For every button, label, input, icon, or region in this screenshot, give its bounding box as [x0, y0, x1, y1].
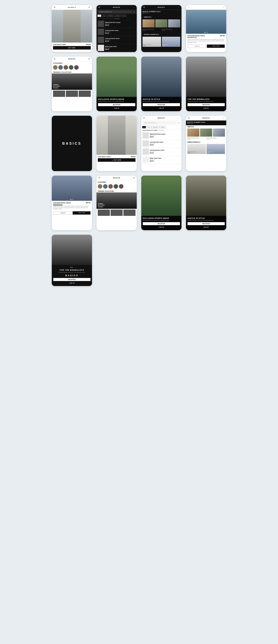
cat-circle-2[interactable] [58, 65, 63, 70]
cat-circle-5[interactable] [74, 65, 79, 70]
filter-all-11[interactable]: All [142, 126, 146, 128]
share-icon-4[interactable]: ↑ [222, 6, 225, 9]
arrow-12[interactable]: › [224, 126, 225, 128]
search-input-11[interactable]: SEARCH PRODUCTS [143, 121, 177, 124]
login-btn-16[interactable]: LOG IN [188, 226, 225, 229]
cat-4-14[interactable] [114, 184, 118, 189]
summer-img-3-2[interactable] [155, 19, 167, 27]
wish-11-2[interactable]: ♡ [179, 143, 180, 145]
menu-icon-12[interactable]: ☰ [188, 117, 190, 119]
register-button-6[interactable]: REGISTER [98, 103, 135, 106]
bt-14-2[interactable] [111, 210, 123, 216]
filter-tops-11[interactable]: Tops [146, 126, 151, 128]
section-arrow-3[interactable]: › [180, 16, 180, 18]
wish-11-4[interactable]: ♡ [179, 159, 180, 161]
bt-14-3[interactable] [123, 210, 135, 216]
product-item-2-2[interactable]: Oversized Shirt Jacket Salt & Jenns $79.… [97, 28, 137, 36]
trending-filter-14[interactable]: ≡ [134, 190, 135, 192]
share-icon-2[interactable]: ↑ [133, 6, 135, 9]
back-icon-4[interactable]: ‹ [188, 6, 190, 9]
wishlist-icon-2-2[interactable]: ♡ [134, 31, 135, 33]
wishlist-icon-2-3[interactable]: ♡ [134, 39, 135, 41]
product-item-2-4[interactable]: White Cotton Tshirt Salt & Jenns $39.90 … [97, 44, 137, 52]
cat-circle-3[interactable] [64, 65, 68, 70]
spring-img-3-1[interactable]: White Cotton Tshirt$29.90 [143, 37, 161, 47]
register-button-8[interactable]: REGISTER [188, 103, 225, 106]
product-item-11-1[interactable]: Ribbed Polo-Neck Jumper Salt & Jenns $39… [141, 132, 181, 140]
filter-all[interactable]: All [98, 15, 101, 17]
section-arrow-spring[interactable]: › [180, 33, 180, 35]
menu-icon[interactable]: ☰ [53, 6, 56, 9]
arrow-spring-12[interactable]: › [224, 141, 225, 143]
cat-1-14[interactable] [98, 184, 102, 189]
product-item-2-3[interactable]: Oversized Denim Jacket Salt & Jenns $67.… [97, 36, 137, 44]
trending-img-14[interactable]: OutwearBy CristianScarlato [97, 192, 137, 209]
thumb-5-1[interactable] [53, 91, 65, 97]
menu-icon-11[interactable]: ☰ [143, 117, 145, 119]
menu-icon-2[interactable]: ☰ [98, 6, 101, 9]
categories-filter-icon[interactable]: ≡ [90, 62, 91, 64]
menu-icon-5[interactable]: ☰ [53, 58, 56, 60]
wishlist-icon-2-1[interactable]: ♡ [134, 23, 135, 25]
buy-area-10: Crew Neck T-shirt $79.90 ▲ BUY NOW [97, 155, 137, 163]
bt-14-1[interactable] [98, 210, 110, 216]
add-bag-btn-13[interactable]: ▲ ADD TO BAG [73, 211, 91, 215]
cart-icon-5[interactable]: ⊡ [88, 58, 90, 60]
wishlist-icon-2-4[interactable]: ♡ [134, 47, 135, 49]
register-btn-15[interactable]: REGISTER [143, 222, 180, 225]
search-input-2[interactable]: SEARCH PRODUCTS [98, 11, 132, 13]
filter-tops[interactable]: Tops [102, 15, 106, 17]
cat-filter-14[interactable]: ≡ [134, 181, 135, 183]
wishlist-btn-13[interactable]: ♡ WISHLIST [53, 211, 72, 215]
summer-img-3-1[interactable] [143, 19, 155, 27]
login-btn-15[interactable]: LOG IN [143, 226, 180, 229]
spring-img-3-2[interactable]: Light Blue Tshirt$79.80 [162, 37, 180, 47]
filter-icon-2[interactable]: ≡ [133, 11, 135, 13]
share-icon-12[interactable]: ↑ [222, 117, 225, 119]
buy-now-button-10[interactable]: ▲ BUY NOW [98, 158, 135, 162]
cart-icon-14[interactable]: ⊡ [133, 177, 135, 179]
menu-icon-3[interactable]: ☰ [143, 6, 145, 9]
trending-filter-icon[interactable]: ≡ [90, 71, 91, 73]
summer-img-12-3[interactable] [213, 129, 225, 137]
product-item-11-2[interactable]: Oversized Shirt Jacket Salt & Jenns $79.… [141, 140, 181, 148]
wishlist-button-4[interactable]: ♡ WISHLIST [188, 45, 206, 48]
product-item-11-4[interactable]: White Cotton Tshirt Salt & Jenns $39.90 … [141, 156, 181, 164]
filter-jackets[interactable]: Jackets [115, 15, 121, 17]
product-item-2-1[interactable]: Ribbed Polo-Neck Jumper Salt & Jenns $39… [97, 20, 137, 28]
share-icon-11[interactable]: ↑ [177, 117, 180, 119]
thumb-5-3[interactable] [79, 91, 91, 97]
buy-now-button-1[interactable]: BUY NOW [53, 46, 91, 50]
login-button-7[interactable]: LOG IN [143, 107, 180, 110]
filter-jackets-11[interactable]: Jackets [160, 126, 166, 128]
wish-11-1[interactable]: ♡ [179, 135, 180, 137]
trending-image-5[interactable]: OutwearBy CristianScarlato [52, 73, 92, 90]
cat-circle-1[interactable] [53, 65, 58, 70]
cat-5-14[interactable] [119, 184, 123, 189]
summer-img-12-2[interactable] [200, 129, 212, 137]
product-item-11-3[interactable]: Oversized Denim Jacket Salt & Jenns $67.… [141, 148, 181, 156]
cat-3-14[interactable] [108, 184, 113, 189]
summer-img-3-3[interactable] [168, 19, 180, 27]
register-button-7[interactable]: REGISTER [143, 103, 180, 106]
filter-sweatshirts[interactable]: Sweatshirts [107, 15, 115, 17]
login-button-8[interactable]: LOG IN [188, 107, 225, 110]
register-btn-17[interactable]: REGISTER [53, 278, 90, 281]
summer-img-12-1[interactable] [187, 129, 199, 137]
login-button-6[interactable]: LOG IN [98, 107, 135, 110]
wish-11-3[interactable]: ♡ [179, 151, 180, 153]
spring-img-12-1[interactable]: White Cotton Tshirt$29.50 [187, 144, 206, 154]
filter-pants[interactable]: Pants [121, 15, 126, 17]
share-icon-3[interactable]: ↑ [177, 6, 180, 9]
filter-icon-11[interactable]: ≡ [177, 122, 180, 124]
cart-icon[interactable]: ⊡ [88, 6, 90, 9]
add-bag-button-4[interactable]: ▲ ADD TO BAG [207, 45, 225, 48]
cat-2-14[interactable] [103, 184, 108, 189]
login-btn-17[interactable]: LOG IN [53, 281, 90, 285]
filter-sweatshirts-11[interactable]: Sweatshirts [152, 126, 159, 128]
register-btn-16[interactable]: REGISTER [188, 222, 225, 225]
menu-icon-14[interactable]: ☰ [98, 177, 101, 179]
cat-circle-4[interactable] [69, 65, 73, 70]
spring-img-12-2[interactable]: Light Blue Tshirt$79.80 [207, 144, 225, 154]
thumb-5-2[interactable] [66, 91, 78, 97]
